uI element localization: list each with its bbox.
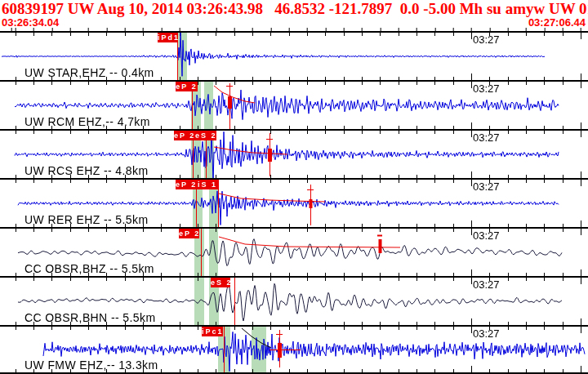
window-end-time: 03:27:06.44 [528,17,586,28]
trace-panel: 03:27 CC OBSR,BHZ -- 5.5km eP 2 [0,227,588,276]
minute-label: 03:27 [473,82,500,95]
minute-label: 03:27 [473,180,500,193]
trace-panel: 03:27 UW STAR,EHZ -- 0.4km iPd1 [0,31,588,80]
minute-label: 03:27 [473,131,500,144]
trace-panel: 03:27 UW RER EHZ -- 5.5km eP 2iS 1 [0,178,588,227]
phase-pick-flag[interactable]: eS 2 [211,278,230,287]
phase-pick-flag[interactable]: eP 2 [176,180,197,189]
station-label: CC OBSR,BHZ -- 5.5km [24,262,154,275]
phase-pick-flag[interactable]: eP 2 [179,229,199,238]
station-label: UW RER EHZ -- 5.5km [24,213,149,226]
event-summary-row: 60839197 UW Aug 10, 2014 03:26:43.98 46.… [0,0,588,17]
phase-pick-flag[interactable]: iPd1 [158,33,178,42]
station-label: UW RCM EHZ,-- 4.7km [24,115,150,128]
seismogram-viewer: 60839197 UW Aug 10, 2014 03:26:43.98 46.… [0,0,588,374]
trace-panel: 03:27 UW RCS EHZ -- 4.8km eP 2eS 2 [0,129,588,178]
trace-panel: 03:27 CC OBSR,BHN -- 5.5km eS 2 [0,276,588,325]
station-label: UW STAR,EHZ -- 0.4km [24,66,154,79]
station-label: CC OBSR,BHN -- 5.5km [24,311,155,324]
event-summary: 60839197 UW Aug 10, 2014 03:26:43.98 46.… [2,0,588,17]
phase-pick-flag[interactable]: eP 2 [176,82,198,91]
phase-pick-flag[interactable]: eS 2 [195,131,216,140]
trace-panel: 03:27 UW RCM EHZ,-- 4.7km eP 2 [0,80,588,129]
minute-label: 03:27 [473,327,500,340]
event-header: 60839197 UW Aug 10, 2014 03:26:43.98 46.… [0,0,588,31]
phase-pick-flag[interactable]: eP 2 [174,131,195,140]
time-window-row: 03:26:34.04 03:27:06.44 [0,17,588,28]
minute-label: 03:27 [473,229,500,242]
phase-pick-flag[interactable]: iPc1 [202,327,223,336]
window-start-time: 03:26:34.04 [2,17,59,28]
station-label: UW FMW EHZ,-- 13.3km [24,358,158,372]
minute-label: 03:27 [473,278,500,291]
trace-panel-stack: 03:27 UW STAR,EHZ -- 0.4km iPd1 03:27 UW… [0,31,588,374]
minute-label: 03:27 [473,33,500,46]
trace-panel: 03:27 UW FMW EHZ,-- 13.3km iPc1 [0,325,588,374]
phase-pick-flag[interactable]: iS 1 [197,180,218,189]
station-label: UW RCS EHZ -- 4.8km [24,164,149,177]
